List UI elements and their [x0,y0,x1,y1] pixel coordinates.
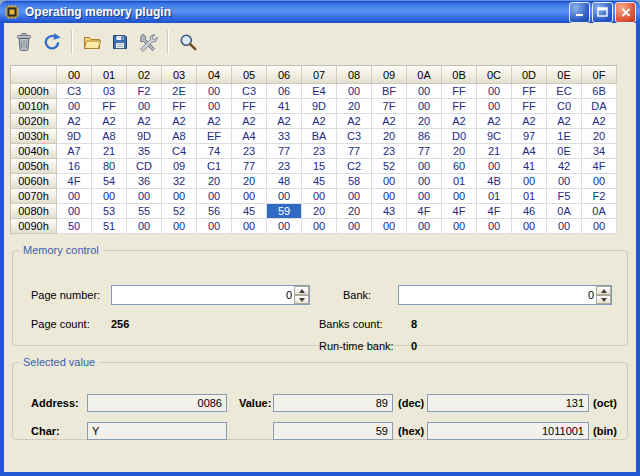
bank-up-button[interactable] [596,286,611,295]
memory-cell[interactable]: A8 [92,129,127,144]
memory-cell[interactable]: 00 [582,219,617,234]
memory-cell[interactable]: 00 [127,189,162,204]
memory-cell[interactable]: A2 [92,114,127,129]
page-number-up-button[interactable] [294,286,309,295]
value-oct-field[interactable]: 131 [427,394,589,412]
memory-cell[interactable]: 20 [407,114,442,129]
value-bin-field[interactable]: 1011001 [427,422,589,440]
memory-cell[interactable]: 01 [477,189,512,204]
memory-cell[interactable]: A2 [337,114,372,129]
memory-cell[interactable]: 00 [407,99,442,114]
memory-cell[interactable]: 00 [547,174,582,189]
memory-cell[interactable]: 23 [232,144,267,159]
bank-value[interactable]: 0 [402,287,594,303]
memory-cell[interactable]: 00 [442,219,477,234]
memory-cell[interactable]: 97 [512,129,547,144]
memory-cell[interactable]: 77 [337,144,372,159]
char-field[interactable]: Y [87,422,227,440]
memory-cell[interactable]: EF [197,129,232,144]
memory-cell[interactable]: 41 [267,99,302,114]
memory-cell[interactable]: A2 [372,114,407,129]
memory-cell[interactable]: 00 [127,219,162,234]
memory-cell[interactable]: 4F [57,174,92,189]
memory-cell[interactable]: C1 [197,159,232,174]
memory-cell[interactable]: 23 [302,144,337,159]
memory-cell[interactable]: 77 [267,144,302,159]
memory-cell[interactable]: BF [372,84,407,99]
value-hex-field[interactable]: 59 [273,422,393,440]
memory-cell[interactable]: 00 [127,99,162,114]
memory-cell[interactable]: 20 [302,204,337,219]
memory-cell[interactable]: 20 [582,129,617,144]
memory-cell[interactable]: FF [442,84,477,99]
memory-cell[interactable]: 56 [197,204,232,219]
memory-cell-selected[interactable]: 59 [267,204,302,219]
memory-cell[interactable]: D0 [442,129,477,144]
memory-cell[interactable]: 00 [267,189,302,204]
memory-cell[interactable]: 4F [442,204,477,219]
memory-cell[interactable]: A2 [512,114,547,129]
memory-cell[interactable]: 54 [92,174,127,189]
memory-cell[interactable]: A2 [267,114,302,129]
memory-cell[interactable]: FF [442,99,477,114]
memory-cell[interactable]: A4 [512,144,547,159]
minimize-button[interactable] [569,2,590,23]
memory-cell[interactable]: FF [92,99,127,114]
memory-cell[interactable]: 00 [302,189,337,204]
memory-cell[interactable]: A2 [162,114,197,129]
memory-cell[interactable]: 00 [337,189,372,204]
memory-cell[interactable]: 00 [162,219,197,234]
memory-cell[interactable]: A2 [197,114,232,129]
memory-cell[interactable]: 4B [477,174,512,189]
memory-cell[interactable]: 48 [267,174,302,189]
memory-cell[interactable]: 00 [582,174,617,189]
memory-cell[interactable]: 00 [442,189,477,204]
memory-cell[interactable]: A4 [232,129,267,144]
memory-cell[interactable]: 0A [582,204,617,219]
memory-cell[interactable]: 20 [372,129,407,144]
memory-cell[interactable]: 00 [162,189,197,204]
memory-cell[interactable]: 00 [477,99,512,114]
memory-cell[interactable]: A7 [57,144,92,159]
memory-cell[interactable]: A2 [547,114,582,129]
memory-cell[interactable]: 00 [232,219,267,234]
memory-cell[interactable]: E4 [302,84,337,99]
memory-cell[interactable]: 20 [337,99,372,114]
memory-cell[interactable]: A2 [127,114,162,129]
memory-cell[interactable]: BA [302,129,337,144]
memory-cell[interactable]: A2 [232,114,267,129]
memory-cell[interactable]: 00 [92,189,127,204]
memory-cell[interactable]: 00 [372,219,407,234]
bank-spinner[interactable]: 0 [398,285,612,305]
memory-cell[interactable]: 20 [197,174,232,189]
memory-cell[interactable]: 9D [57,129,92,144]
memory-cell[interactable]: 00 [57,189,92,204]
memory-cell[interactable]: 45 [302,174,337,189]
memory-cell[interactable]: C3 [337,129,372,144]
memory-cell[interactable]: 53 [92,204,127,219]
memory-cell[interactable]: 2E [162,84,197,99]
titlebar[interactable]: Operating memory plugin [0,0,640,23]
close-button[interactable] [615,2,636,23]
memory-cell[interactable]: 50 [57,219,92,234]
memory-cell[interactable]: A2 [302,114,337,129]
memory-cell[interactable]: C0 [547,99,582,114]
refresh-button[interactable] [38,28,66,56]
memory-cell[interactable]: C4 [162,144,197,159]
memory-cell[interactable]: A2 [477,114,512,129]
memory-cell[interactable]: 52 [372,159,407,174]
memory-cell[interactable]: 9C [477,129,512,144]
memory-cell[interactable]: C3 [57,84,92,99]
memory-cell[interactable]: 1E [547,129,582,144]
memory-cell[interactable]: 00 [547,219,582,234]
memory-cell[interactable]: 80 [92,159,127,174]
memory-cell[interactable]: 00 [407,219,442,234]
memory-cell[interactable]: FF [162,99,197,114]
memory-cell[interactable]: CD [127,159,162,174]
memory-cell[interactable]: 00 [407,174,442,189]
address-field[interactable]: 0086 [87,394,227,412]
memory-cell[interactable]: 77 [232,159,267,174]
memory-cell[interactable]: 16 [57,159,92,174]
memory-cell[interactable]: C3 [232,84,267,99]
page-number-down-button[interactable] [294,295,309,304]
